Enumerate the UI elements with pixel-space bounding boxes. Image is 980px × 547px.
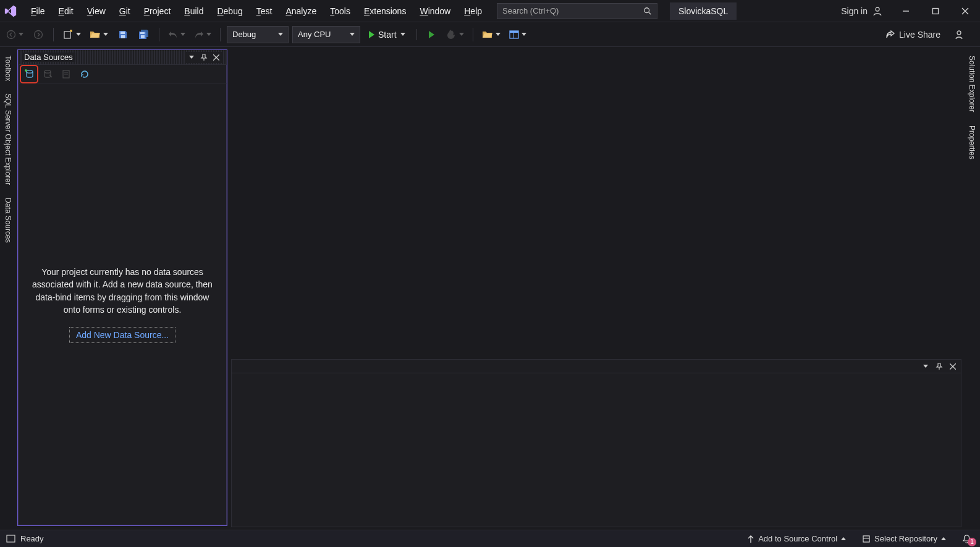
window-layout-button[interactable] [507, 26, 529, 43]
close-button[interactable] [950, 0, 980, 22]
editor-area [227, 47, 964, 530]
play-filled-icon [369, 31, 374, 38]
open-file-button[interactable] [87, 26, 111, 43]
search-placeholder: Search (Ctrl+Q) [502, 6, 559, 15]
menu-edit[interactable]: Edit [53, 4, 80, 19]
svg-point-0 [644, 7, 649, 12]
add-to-source-control-button[interactable]: Add to Source Control [745, 533, 848, 545]
window-controls [891, 0, 980, 22]
user-icon [872, 6, 882, 16]
svg-rect-4 [933, 8, 939, 14]
status-ready: Ready [20, 534, 44, 543]
save-button[interactable] [114, 26, 132, 43]
vs-logo-icon [4, 4, 17, 18]
menu-test[interactable]: Test [250, 4, 279, 19]
menu-tools[interactable]: Tools [324, 4, 357, 19]
menu-build[interactable]: Build [178, 4, 209, 19]
empty-message: Your project currently has no data sourc… [29, 266, 216, 316]
status-box-icon [6, 535, 15, 543]
start-without-debug-button[interactable] [423, 26, 441, 43]
output-options-button[interactable] [920, 361, 931, 372]
svg-rect-29 [863, 536, 869, 542]
menu-view[interactable]: View [81, 4, 112, 19]
svg-rect-14 [141, 35, 145, 38]
panel-title: Data Sources [22, 53, 75, 62]
output-pin-button[interactable] [934, 361, 945, 372]
notification-badge: 1 [968, 538, 976, 546]
redo-button[interactable] [192, 26, 214, 43]
svg-point-2 [876, 7, 879, 11]
add-data-source-button[interactable] [22, 67, 36, 82]
workspace: ToolboxSQL Server Object ExplorerData So… [0, 47, 980, 530]
menu-project[interactable]: Project [138, 4, 177, 19]
menu-window[interactable]: Window [413, 4, 457, 19]
menu-file[interactable]: File [25, 4, 51, 19]
svg-rect-23 [63, 70, 69, 78]
add-new-data-source-link[interactable]: Add New Data Source... [69, 327, 175, 343]
search-box[interactable]: Search (Ctrl+Q) [497, 3, 657, 19]
svg-point-7 [7, 30, 15, 38]
configure-data-source-button [59, 67, 74, 82]
svg-rect-13 [140, 32, 145, 34]
panel-close-button[interactable] [211, 52, 222, 63]
svg-point-10 [70, 30, 72, 31]
panel-toolbar [18, 65, 227, 83]
share-icon [885, 30, 895, 40]
left-tab-toolbox[interactable]: Toolbox [2, 52, 14, 85]
nav-forward-button[interactable] [30, 26, 47, 43]
left-tab-data-sources[interactable]: Data Sources [2, 194, 14, 247]
output-panel [231, 359, 961, 527]
maximize-button[interactable] [921, 0, 950, 22]
svg-rect-9 [64, 32, 70, 38]
solution-platform-combo[interactable]: Any CPU [292, 26, 360, 43]
menu-extensions[interactable]: Extensions [358, 4, 413, 19]
live-share-button[interactable]: Live Share [882, 27, 944, 42]
title-bar: FileEditViewGitProjectBuildDebugTestAnal… [0, 0, 980, 22]
right-tab-solution-explorer[interactable]: Solution Explorer [966, 52, 978, 116]
refresh-button[interactable] [77, 67, 92, 82]
sign-in-button[interactable]: Sign in [835, 6, 889, 16]
right-tab-properties[interactable]: Properties [966, 122, 978, 163]
left-tab-sql-server-object-explorer[interactable]: SQL Server Object Explorer [2, 90, 14, 189]
notifications-button[interactable]: 1 [960, 533, 974, 545]
left-tabwell: ToolboxSQL Server Object ExplorerData So… [0, 47, 16, 530]
solution-config-combo[interactable]: Debug [227, 26, 289, 43]
status-bar: Ready Add to Source Control Select Repos… [0, 530, 980, 547]
svg-rect-28 [7, 535, 15, 542]
minimize-button[interactable] [891, 0, 921, 22]
menu-git[interactable]: Git [113, 4, 137, 19]
undo-button[interactable] [166, 26, 188, 43]
main-toolbar: Debug Any CPU Start Live Share [0, 22, 980, 47]
nav-back-button[interactable] [4, 26, 26, 43]
panel-pin-button[interactable] [198, 52, 209, 63]
svg-point-21 [27, 70, 33, 72]
panel-header[interactable]: Data Sources [18, 50, 227, 65]
solution-name: SlovickaSQL [670, 2, 737, 20]
select-repository-button[interactable]: Select Repository [860, 533, 948, 545]
panel-content: Your project currently has no data sourc… [18, 83, 227, 525]
svg-rect-11 [120, 32, 125, 34]
svg-point-8 [35, 30, 43, 38]
new-item-button[interactable] [60, 26, 83, 43]
svg-line-1 [649, 12, 651, 14]
menu-bar: FileEditViewGitProjectBuildDebugTestAnal… [25, 4, 488, 19]
start-debug-button[interactable]: Start [364, 26, 410, 43]
svg-point-18 [957, 31, 961, 35]
edit-data-source-button [40, 67, 55, 82]
play-outline-icon [429, 31, 434, 38]
save-all-button[interactable] [135, 26, 153, 43]
search-icon [643, 7, 652, 15]
svg-rect-12 [121, 35, 125, 38]
arrow-up-icon [747, 535, 754, 543]
menu-analyze[interactable]: Analyze [279, 4, 323, 19]
menu-debug[interactable]: Debug [211, 4, 248, 19]
repo-icon [862, 535, 871, 543]
right-tabwell: Solution ExplorerProperties [964, 47, 980, 163]
svg-rect-16 [510, 31, 518, 33]
browse-button[interactable] [479, 26, 503, 43]
menu-help[interactable]: Help [458, 4, 488, 19]
feedback-button[interactable] [950, 26, 968, 43]
hot-reload-button[interactable] [444, 26, 467, 43]
output-close-button[interactable] [947, 361, 958, 372]
panel-options-button[interactable] [186, 52, 197, 63]
